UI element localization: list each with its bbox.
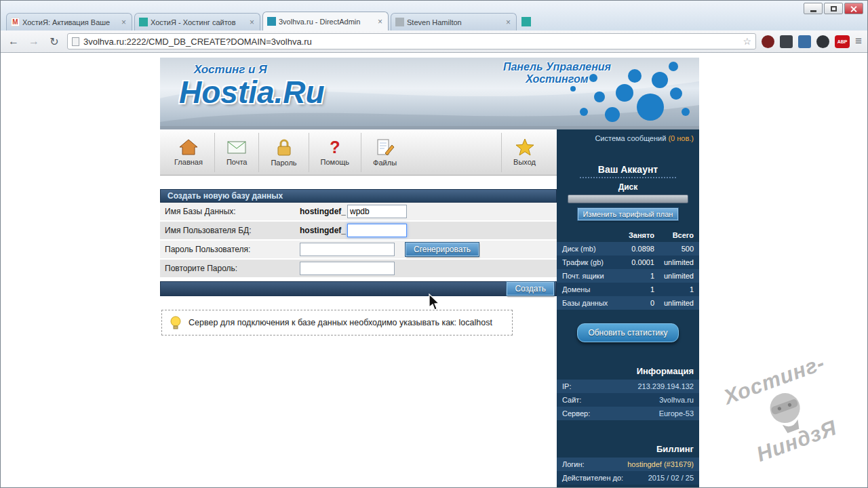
nav-item-files[interactable]: Файлы: [361, 133, 408, 172]
field-label: Повторите Пароль:: [160, 264, 300, 273]
usage-row-mailboxes: Почт. ящики 1 unlimited: [557, 269, 699, 283]
db-prefix: hostingdef_: [300, 226, 346, 235]
dotted-divider: [580, 177, 676, 178]
form-row-dbname: Имя Базы Данных: hostingdef_: [160, 203, 557, 222]
site-logo: Hostia.Ru: [179, 74, 325, 110]
extension-icon-1[interactable]: [762, 35, 774, 48]
site-banner: Хостинг и Я Hostia.Ru Панель Управления …: [160, 58, 699, 129]
billing-row-valid-until: Действителен до: 2015 / 02 / 25: [557, 471, 699, 485]
hint-text: Сервер для подключения к базе данных нео…: [189, 318, 492, 327]
dbname-input[interactable]: [347, 205, 407, 218]
billing-table: Логин: hostingdef (#31679) Действителен …: [557, 458, 699, 485]
change-plan-button[interactable]: Изменить тарифный план: [578, 208, 679, 220]
maximize-button[interactable]: [824, 3, 843, 14]
nav-item-mail[interactable]: Почта: [214, 133, 259, 172]
tabs: M ХостиЯ: Активация Ваше × ХостиЯ - Хост…: [6, 12, 531, 30]
password-input[interactable]: [300, 243, 395, 256]
dbuser-input[interactable]: [347, 224, 407, 237]
tab-title: Steven Hamilton: [407, 18, 502, 26]
main-content: Главная Почта Пароль ? Помощь: [160, 129, 557, 487]
usage-header-total: Всего: [654, 231, 699, 239]
messages-link[interactable]: Система сообщений (0 нов.): [557, 129, 699, 142]
tab-title: ХостиЯ: Активация Ваше: [22, 18, 117, 26]
billing-heading: Биллинг: [557, 441, 699, 458]
nav-item-exit[interactable]: Выход: [501, 133, 547, 172]
site-nav-bar: Главная Почта Пароль ? Помощь: [160, 129, 557, 176]
address-bar[interactable]: 3volhva.ru:2222/CMD_DB_CREATE?DOMAIN=3vo…: [67, 33, 756, 49]
nav-item-password[interactable]: Пароль: [258, 133, 308, 172]
field-label: Имя Базы Данных:: [160, 207, 300, 216]
nav-label: Выход: [513, 158, 536, 166]
home-icon: [178, 138, 199, 156]
url-text[interactable]: 3volhva.ru:2222/CMD_DB_CREATE?DOMAIN=3vo…: [83, 37, 739, 47]
close-button[interactable]: [844, 3, 863, 14]
minimize-button[interactable]: [804, 3, 823, 14]
tab-close-icon[interactable]: ×: [376, 17, 384, 26]
form-row-password: Пароль Пользователя: Сгенерировать: [160, 241, 557, 260]
usage-header-used: Занято: [620, 231, 654, 239]
tab-strip: M ХостиЯ: Активация Ваше × ХостиЯ - Хост…: [1, 1, 867, 30]
account-title: Ваш Аккаунт: [557, 164, 699, 175]
nav-label: Файлы: [373, 159, 397, 167]
extension-icon-4[interactable]: [816, 35, 829, 48]
form-row-dbuser: Имя Пользователя БД: hostingdef_: [160, 222, 557, 241]
browser-tab-4[interactable]: Steven Hamilton ×: [391, 13, 517, 30]
browser-menu-button[interactable]: ≡: [855, 35, 862, 48]
window-controls: [804, 3, 863, 14]
tab-close-icon[interactable]: ×: [248, 18, 256, 27]
create-database-button[interactable]: Создать: [507, 282, 554, 296]
nav-label: Помощь: [321, 158, 350, 166]
usage-row-disk: Диск (mb) 0.0898 500: [557, 242, 699, 256]
extension-icon-3[interactable]: [798, 35, 811, 48]
tab-title: 3volhva.ru - DirectAdmin: [279, 18, 374, 26]
tab-close-icon[interactable]: ×: [120, 18, 127, 27]
new-tab-button[interactable]: [521, 17, 531, 26]
browser-tab-3-active[interactable]: 3volhva.ru - DirectAdmin ×: [262, 12, 389, 30]
db-create-form: Имя Базы Данных: hostingdef_ Имя Пользов…: [160, 203, 557, 279]
form-row-password2: Повторите Пароль:: [160, 260, 557, 279]
hint-box: Сервер для подключения к базе данных нео…: [161, 310, 513, 336]
form-title: Создать новую базу данных: [160, 189, 557, 203]
watermark-line2: НиндзЯ: [717, 403, 867, 480]
forward-button[interactable]: →: [26, 35, 41, 47]
disk-usage-bar: [568, 195, 688, 203]
refresh-stats-button[interactable]: Обновить статистику: [577, 323, 678, 342]
mail-icon: [226, 138, 247, 156]
nav-label: Почта: [226, 158, 248, 166]
refresh-button[interactable]: ↻: [47, 35, 62, 48]
info-row-ip: IP: 213.239.194.132: [557, 380, 699, 393]
account-sidebar: Система сообщений (0 нов.) Ваш Аккаунт Д…: [557, 129, 699, 487]
disk-label: Диск: [557, 182, 699, 192]
generate-password-button[interactable]: Сгенерировать: [406, 243, 479, 256]
exit-star-icon: [515, 138, 534, 156]
info-heading: Информация: [557, 363, 699, 380]
browser-window: M ХостиЯ: Активация Ваше × ХостиЯ - Хост…: [0, 0, 868, 488]
usage-row-traffic: Трафик (gb) 0.0001 unlimited: [557, 256, 699, 269]
nav-item-help[interactable]: ? Помощь: [309, 133, 361, 172]
usage-table: Занято Всего Диск (mb) 0.0898 500 Трафик…: [557, 228, 699, 310]
lightbulb-icon: [169, 315, 182, 330]
nav-item-home[interactable]: Главная: [163, 133, 214, 172]
adblock-icon[interactable]: ABP: [835, 35, 850, 48]
help-icon: ?: [330, 138, 340, 156]
extension-icon-2[interactable]: [780, 35, 793, 48]
usage-row-domains: Домены 1 1: [557, 283, 699, 296]
page-icon: [72, 37, 79, 46]
browser-tab-1[interactable]: M ХостиЯ: Активация Ваше ×: [6, 13, 132, 30]
field-label: Имя Пользователя БД:: [160, 226, 300, 235]
field-label: Пароль Пользователя:: [160, 245, 300, 254]
info-table: IP: 213.239.194.132 Сайт: 3volhva.ru Сер…: [557, 380, 699, 420]
billing-row-login: Логин: hostingdef (#31679): [557, 458, 699, 471]
tab-close-icon[interactable]: ×: [505, 18, 512, 27]
usage-header-row: Занято Всего: [557, 228, 699, 242]
video-watermark: Хостинг- НиндзЯ: [696, 342, 867, 480]
site-content: Хостинг и Я Hostia.Ru Панель Управления …: [160, 53, 699, 487]
info-row-server: Сервер: Europe-53: [557, 407, 699, 420]
gmail-favicon-icon: M: [11, 18, 20, 26]
back-button[interactable]: ←: [6, 35, 21, 47]
password-confirm-input[interactable]: [300, 262, 395, 275]
usage-row-databases: Базы данных 0 unlimited: [557, 296, 699, 310]
browser-tab-2[interactable]: ХостиЯ - Хостинг сайтов ×: [134, 13, 260, 30]
bookmark-star-icon[interactable]: ☆: [743, 36, 752, 47]
nav-label: Пароль: [271, 159, 296, 167]
